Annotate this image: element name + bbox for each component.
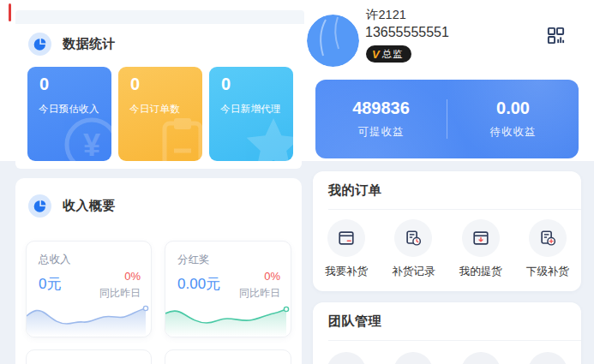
team-item[interactable] [447, 352, 514, 364]
withdrawable-value: 489836 [352, 98, 410, 118]
dashboard-grid-icon[interactable] [546, 26, 566, 45]
rank-badge-label: 总监 [382, 48, 404, 61]
team-item-icon [327, 352, 366, 364]
orders-item-label: 下级补货 [526, 265, 569, 279]
avatar[interactable] [307, 15, 359, 67]
pending-value: 0.00 [496, 98, 530, 118]
team-item[interactable] [313, 352, 380, 364]
pickup-window-icon [462, 219, 500, 257]
stats-panel: 数据统计 0 今日预估收入 ¥ 0 今日订单数 0 今日新增代理 [15, 24, 302, 169]
team-card: 团队管理 [313, 302, 581, 364]
divider [328, 340, 581, 341]
trend-sparkline-green [165, 302, 291, 337]
v-badge-icon: V [372, 48, 380, 61]
profile-phone: 13655555551 [365, 25, 449, 40]
income-compare: 同比昨日 [239, 286, 280, 301]
top-background-band [15, 10, 304, 24]
yen-coin-icon: ¥ [60, 113, 111, 161]
pending-label: 待收收益 [490, 125, 537, 140]
income-value: 0.00元 [177, 274, 220, 294]
earnings-card[interactable]: 489836 可提收益 0.00 待收收益 [315, 80, 579, 158]
profile-name: 许2121 [366, 7, 406, 23]
orders-item-restock-history[interactable]: 补货记录 [380, 219, 447, 279]
team-section-title: 团队管理 [328, 313, 381, 330]
orders-item-label: 我要补货 [325, 265, 368, 279]
stats-section-header: 数据统计 [28, 33, 116, 56]
restock-history-icon [394, 219, 432, 257]
stat-value: 0 [130, 75, 140, 94]
withdrawable-label: 可提收益 [358, 125, 405, 140]
orders-item-pickup[interactable]: 我的提货 [447, 219, 514, 279]
orders-item-label: 补货记录 [392, 265, 435, 279]
stat-card-estimated-income[interactable]: 0 今日预估收入 ¥ [27, 67, 111, 161]
orders-item-subordinate-restock[interactable]: 下级补货 [514, 219, 581, 279]
income-card-dividend[interactable]: 分红奖 0.00元 0% 同比昨日 [165, 241, 291, 337]
stat-value: 0 [39, 75, 49, 94]
dashboard-page: 数据统计 0 今日预估收入 ¥ 0 今日订单数 0 今日新增代理 [0, 0, 594, 364]
red-scroll-marker [9, 3, 11, 21]
income-percent: 0% [239, 270, 280, 283]
team-item-icon [393, 352, 433, 364]
withdrawable-earnings[interactable]: 489836 可提收益 [315, 98, 447, 140]
trend-sparkline-blue [27, 302, 151, 337]
pie-chart-icon [28, 194, 51, 218]
income-panel: 收入概要 总收入 0元 0% 同比昨日 分红奖 0.00元 [15, 178, 302, 364]
stats-section-title: 数据统计 [63, 36, 116, 52]
orders-section-title: 我的订单 [328, 182, 381, 199]
pending-earnings[interactable]: 0.00 待收收益 [447, 98, 579, 140]
stat-card-new-agents[interactable]: 0 今日新增代理 [209, 67, 293, 161]
income-label: 总收入 [39, 253, 71, 267]
divider [328, 209, 581, 210]
orders-card: 我的订单 我要补货 [313, 171, 581, 291]
subordinate-restock-icon [529, 219, 567, 257]
orders-item-label: 我的提货 [459, 265, 502, 279]
income-value: 0元 [39, 274, 61, 294]
income-section-header: 收入概要 [28, 194, 116, 218]
pie-chart-icon [28, 33, 51, 56]
rank-badge: V 总监 [366, 45, 411, 63]
team-item-icon [461, 352, 501, 364]
income-section-title: 收入概要 [63, 198, 116, 214]
restock-window-icon [327, 219, 365, 257]
clipboard-icon [151, 113, 202, 161]
income-card-partial[interactable] [165, 349, 291, 364]
team-item[interactable] [514, 352, 581, 364]
team-item-icon [528, 352, 567, 364]
stat-value: 0 [221, 75, 231, 94]
income-percent: 0% [99, 270, 141, 283]
stat-card-order-count[interactable]: 0 今日订单数 [118, 67, 202, 161]
income-card-total[interactable]: 总收入 0元 0% 同比昨日 [26, 241, 152, 337]
star-icon [242, 113, 293, 161]
income-label: 分红奖 [177, 253, 210, 267]
team-item[interactable] [380, 352, 447, 364]
svg-text:¥: ¥ [83, 128, 100, 161]
orders-item-restock[interactable]: 我要补货 [313, 219, 380, 279]
income-card-partial[interactable] [26, 349, 152, 364]
income-compare: 同比昨日 [99, 286, 141, 301]
